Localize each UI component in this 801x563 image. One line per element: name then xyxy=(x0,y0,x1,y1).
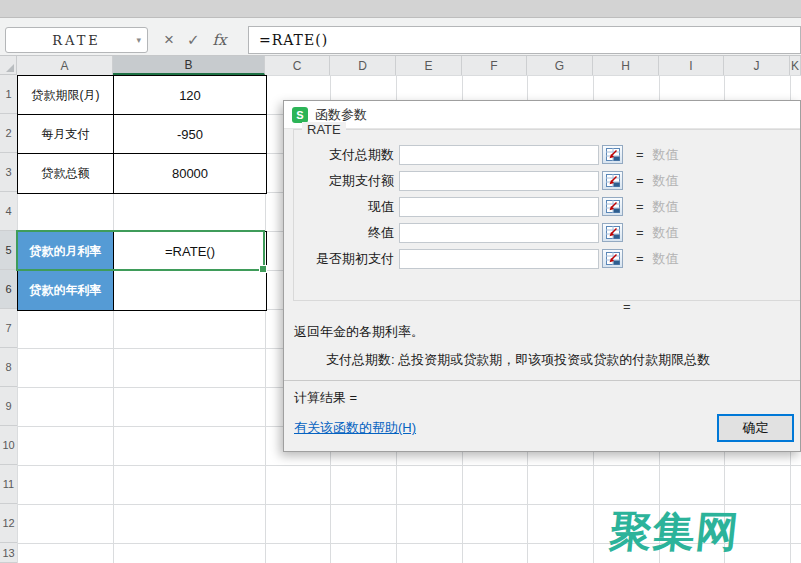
row-header-4[interactable]: 4 xyxy=(0,192,17,231)
argument-type-hint: 数值 xyxy=(653,172,679,190)
argument-type-hint: 数值 xyxy=(653,146,679,164)
row-header-8[interactable]: 8 xyxy=(0,348,17,387)
function-help-link[interactable]: 有关该函数的帮助(H) xyxy=(294,419,416,437)
cell-b5[interactable]: =RATE() xyxy=(114,232,266,271)
argument-label: 现值 xyxy=(294,198,399,216)
formula-input[interactable]: =RATE() xyxy=(248,26,801,54)
range-picker-button[interactable] xyxy=(602,145,623,164)
function-name-label: RATE xyxy=(302,122,346,137)
equals-sign: = xyxy=(636,199,644,214)
row-header-10[interactable]: 10 xyxy=(0,426,17,465)
column-header-a[interactable]: A xyxy=(17,56,113,75)
row-header-11[interactable]: 11 xyxy=(0,465,17,504)
range-picker-icon xyxy=(606,226,620,239)
column-header-c[interactable]: C xyxy=(265,56,330,75)
cell-a3[interactable]: 贷款总额 xyxy=(18,154,114,193)
cell-a5[interactable]: 贷款的月利率 xyxy=(18,232,114,271)
equals-sign: = xyxy=(636,225,644,240)
column-header-k[interactable]: K xyxy=(790,56,801,75)
column-header-g[interactable]: G xyxy=(527,56,593,75)
cancel-icon[interactable]: × xyxy=(164,30,174,50)
cell-b3[interactable]: 80000 xyxy=(114,154,266,193)
argument-row-type: 是否期初支付 = 数值 xyxy=(294,248,801,269)
cell-b2[interactable]: -950 xyxy=(114,115,266,154)
wps-app-icon: S xyxy=(292,107,308,123)
range-picker-button[interactable] xyxy=(602,197,623,216)
equals-sign: = xyxy=(636,147,644,162)
name-box-dropdown-icon[interactable]: ▾ xyxy=(136,35,141,45)
ok-button[interactable]: 确定 xyxy=(717,414,794,442)
row-header-13[interactable]: 13 xyxy=(0,543,17,563)
argument-row-fv: 终值 = 数值 xyxy=(294,222,801,243)
row-header-6[interactable]: 6 xyxy=(0,270,17,309)
row-header-1[interactable]: 1 xyxy=(0,75,17,114)
range-picker-button[interactable] xyxy=(602,223,623,242)
equals-sign: = xyxy=(636,251,644,266)
row-header-9[interactable]: 9 xyxy=(0,387,17,426)
row-header-3[interactable]: 3 xyxy=(0,153,17,192)
formula-bar: RATE ▾ × ✓ fx =RATE() xyxy=(0,18,801,56)
argument-description: 支付总期数: 总投资期或贷款期，即该项投资或贷款的付款期限总数 xyxy=(326,351,710,369)
argument-label: 是否期初支付 xyxy=(294,250,399,268)
range-picker-icon xyxy=(606,148,620,161)
function-description: 返回年金的各期利率。 xyxy=(294,323,424,341)
cell-a6[interactable]: 贷款的年利率 xyxy=(18,271,114,310)
range-picker-button[interactable] xyxy=(602,249,623,268)
row-header-12[interactable]: 12 xyxy=(0,504,17,543)
name-box[interactable]: RATE ▾ xyxy=(5,27,148,53)
range-picker-icon xyxy=(606,174,620,187)
argument-rows: 支付总期数 = 数值 定期支付额 = 数值 xyxy=(294,144,801,269)
pv-input[interactable] xyxy=(399,197,599,217)
range-picker-button[interactable] xyxy=(602,171,623,190)
argument-type-hint: 数值 xyxy=(653,250,679,268)
formula-text: =RATE() xyxy=(259,32,328,48)
cell-a2[interactable]: 每月支付 xyxy=(18,115,114,154)
argument-row-nper: 支付总期数 = 数值 xyxy=(294,144,801,165)
formula-result-equals: = xyxy=(623,299,631,314)
cell-b1[interactable]: 120 xyxy=(114,76,266,115)
wps-spreadsheet-window: RATE ▾ × ✓ fx =RATE() xyxy=(0,0,801,563)
select-all-corner[interactable] xyxy=(0,56,17,75)
argument-type-hint: 数值 xyxy=(653,224,679,242)
argument-row-pmt: 定期支付额 = 数值 xyxy=(294,170,801,191)
argument-label: 支付总期数 xyxy=(294,146,399,164)
formula-bar-icons: × ✓ fx xyxy=(164,27,246,53)
row-header-5[interactable]: 5 xyxy=(0,231,17,270)
nper-input[interactable] xyxy=(399,145,599,165)
calculation-result-label: 计算结果 = xyxy=(294,389,357,407)
insert-function-icon[interactable]: fx xyxy=(213,31,227,49)
column-header-d[interactable]: D xyxy=(330,56,396,75)
argument-type-hint: 数值 xyxy=(653,198,679,216)
row-header-7[interactable]: 7 xyxy=(0,309,17,348)
argument-label: 终值 xyxy=(294,224,399,242)
rate-function-group: RATE 支付总期数 = 数值 定期支付额 xyxy=(293,129,801,301)
toolbar-strip xyxy=(0,0,801,18)
confirm-icon[interactable]: ✓ xyxy=(187,31,200,49)
column-header-h[interactable]: H xyxy=(593,56,659,75)
column-header-b[interactable]: B xyxy=(113,56,265,75)
fv-input[interactable] xyxy=(399,223,599,243)
argument-row-pv: 现值 = 数值 xyxy=(294,196,801,217)
cell-a1[interactable]: 贷款期限(月) xyxy=(18,76,114,115)
type-input[interactable] xyxy=(399,249,599,269)
name-box-value: RATE xyxy=(52,33,101,48)
divider xyxy=(284,380,800,381)
range-picker-icon xyxy=(606,200,620,213)
function-arguments-dialog: S 函数参数 RATE 支付总期数 = 数值 定期支付额 xyxy=(283,100,801,452)
cell-b6[interactable] xyxy=(114,271,266,310)
gridline xyxy=(17,504,801,505)
loan-result-table: 贷款的月利率 =RATE() 贷款的年利率 xyxy=(17,231,267,311)
column-header-e[interactable]: E xyxy=(396,56,462,75)
column-header-f[interactable]: F xyxy=(462,56,527,75)
pmt-input[interactable] xyxy=(399,171,599,191)
row-header-2[interactable]: 2 xyxy=(0,114,17,153)
range-picker-icon xyxy=(606,252,620,265)
column-header-j[interactable]: J xyxy=(724,56,790,75)
loan-input-table: 贷款期限(月) 120 每月支付 -950 贷款总额 80000 xyxy=(17,75,267,194)
gridline xyxy=(17,543,801,544)
dialog-title: 函数参数 xyxy=(315,106,367,124)
argument-label: 定期支付额 xyxy=(294,172,399,190)
column-header-i[interactable]: I xyxy=(659,56,724,75)
gridline xyxy=(17,465,801,466)
dialog-title-bar[interactable]: S 函数参数 xyxy=(284,101,800,129)
